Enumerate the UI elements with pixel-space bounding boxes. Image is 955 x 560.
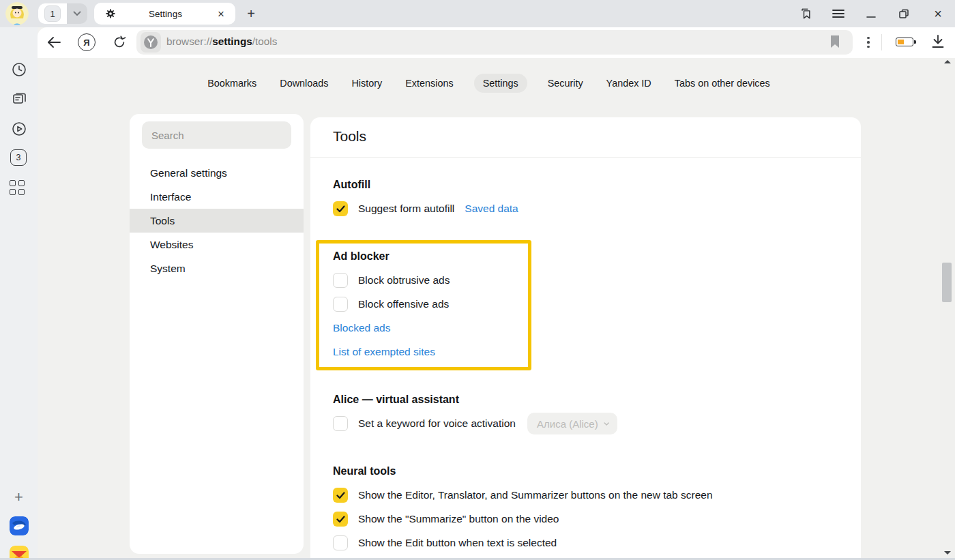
nav-security[interactable]: Security	[545, 74, 586, 93]
suggest-form-autofill-label: Suggest form autofill	[358, 203, 454, 215]
ad-blocker-heading: Ad blocker	[333, 250, 390, 263]
tab-counter-button[interactable]: 1	[38, 3, 67, 24]
nav-history[interactable]: History	[349, 74, 385, 93]
site-badge-icon[interactable]	[141, 32, 161, 53]
restore-window-icon[interactable]	[897, 7, 911, 20]
divider	[310, 157, 861, 158]
sidebar-item-websites[interactable]: Websites	[130, 233, 304, 256]
nav-yandex-id[interactable]: Yandex ID	[604, 74, 654, 93]
nav-tabs-other-devices[interactable]: Tabs on other devices	[672, 74, 773, 93]
block-offensive-ads-checkbox[interactable]	[333, 297, 348, 312]
refresh-icon[interactable]	[111, 33, 128, 51]
new-tab-button[interactable]: +	[242, 5, 260, 23]
scroll-down-icon[interactable]	[944, 551, 951, 555]
minimize-icon[interactable]	[864, 7, 878, 20]
tab-list-dropdown[interactable]	[67, 3, 87, 24]
show-edit-button-checkbox[interactable]	[333, 535, 348, 550]
voice-activation-keyword-label: Set a keyword for voice activation	[358, 417, 516, 430]
blocked-ads-link[interactable]: Blocked ads	[333, 322, 390, 334]
gear-icon	[105, 8, 116, 19]
feed-icon[interactable]	[10, 89, 28, 108]
tab-settings[interactable]: Settings ×	[94, 3, 235, 25]
nav-settings[interactable]: Settings	[474, 74, 527, 93]
yandex-search-icon[interactable]: Я	[78, 33, 96, 51]
tab-close-icon[interactable]: ×	[215, 8, 227, 20]
yandex-disk-icon[interactable]	[10, 516, 29, 535]
block-obtrusive-ads-label: Block obtrusive ads	[358, 274, 450, 286]
show-edit-button-label: Show the Edit button when text is select…	[358, 537, 557, 549]
chevron-down-icon	[604, 422, 609, 426]
close-window-icon[interactable]: ×	[931, 7, 945, 20]
sidebar-item-general-settings[interactable]: General settings	[130, 161, 304, 185]
scrollbar-thumb[interactable]	[942, 263, 952, 302]
autofill-heading: Autofill	[333, 179, 370, 191]
history-icon[interactable]	[10, 60, 28, 78]
suggest-form-autofill-checkbox[interactable]	[333, 201, 348, 216]
show-editor-translator-summarizer-checkbox[interactable]	[333, 488, 348, 503]
nav-bookmarks[interactable]: Bookmarks	[205, 74, 259, 93]
scrollbar-track[interactable]	[940, 58, 955, 560]
tab-counter-group: 1	[38, 3, 87, 24]
tabs-count-button[interactable]: 3	[10, 149, 27, 166]
sidebar-item-tools[interactable]: Tools	[130, 209, 304, 233]
alice-keyword-select[interactable]: Алиса (Alice)	[527, 413, 617, 434]
video-icon[interactable]	[10, 119, 28, 138]
profile-avatar[interactable]	[5, 2, 29, 25]
side-panel-icon[interactable]	[799, 7, 812, 20]
show-editor-translator-summarizer-label: Show the Editor, Translator, and Summari…	[358, 489, 713, 501]
alice-avatar-icon	[5, 2, 29, 25]
more-menu-icon[interactable]	[864, 35, 872, 50]
voice-activation-keyword-checkbox[interactable]	[333, 416, 348, 431]
apps-grid-icon[interactable]	[10, 180, 25, 195]
left-rail: 3 +	[0, 27, 38, 560]
bookmark-icon[interactable]	[829, 35, 840, 48]
block-obtrusive-ads-checkbox[interactable]	[333, 273, 348, 288]
alice-keyword-value: Алиса (Alice)	[537, 418, 598, 430]
scroll-up-icon[interactable]	[944, 60, 951, 63]
settings-top-nav: Bookmarks Downloads History Extensions S…	[38, 74, 940, 93]
tab-title: Settings	[116, 9, 215, 19]
alice-heading: Alice — virtual assistant	[333, 394, 459, 406]
add-panel-item-button[interactable]: +	[10, 488, 28, 506]
titlebar: 1 Set	[0, 0, 955, 27]
show-summarize-button-label: Show the "Summarize" button on the video	[358, 513, 559, 525]
battery-saver-icon[interactable]	[896, 38, 913, 46]
back-icon[interactable]	[45, 33, 63, 51]
show-summarize-button-checkbox[interactable]	[333, 512, 348, 527]
saved-data-link[interactable]: Saved data	[465, 203, 518, 215]
toolbar-divider	[881, 34, 882, 50]
tab-counter-badge: 1	[44, 5, 61, 22]
browser-window: 1 Set	[0, 0, 955, 560]
neural-tools-heading: Neural tools	[333, 465, 396, 477]
sidebar-item-system[interactable]: System	[130, 256, 304, 280]
nav-downloads[interactable]: Downloads	[277, 74, 331, 93]
chevron-down-icon	[73, 11, 81, 16]
search-input[interactable]	[142, 121, 291, 149]
menu-icon[interactable]	[832, 7, 845, 20]
downloads-icon[interactable]	[929, 33, 947, 50]
url-text[interactable]: browser://settings/tools	[166, 35, 277, 48]
nav-extensions[interactable]: Extensions	[402, 74, 456, 93]
page-title: Tools	[333, 128, 366, 145]
list-of-exempted-sites-link[interactable]: List of exempted sites	[333, 346, 435, 358]
block-offensive-ads-label: Block offensive ads	[358, 298, 449, 310]
sidebar-item-interface[interactable]: Interface	[130, 185, 304, 209]
